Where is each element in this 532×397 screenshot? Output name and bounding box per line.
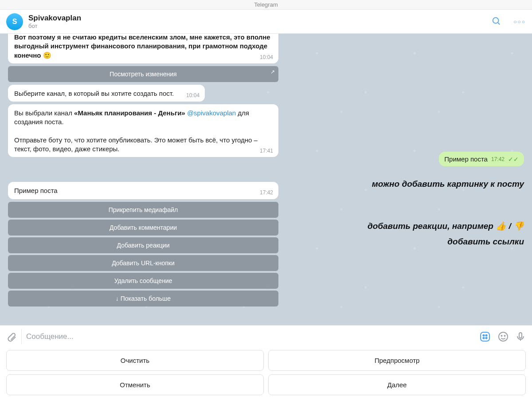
search-icon[interactable] bbox=[491, 16, 501, 28]
message-text: Выберите канал, в который вы хотите созд… bbox=[14, 90, 174, 97]
message-input[interactable] bbox=[26, 332, 473, 341]
inline-btn-attach-media[interactable]: Прикрепить медиафайл bbox=[8, 202, 278, 218]
message-text: Пример поста bbox=[444, 155, 488, 163]
svg-point-0 bbox=[493, 17, 499, 23]
chat-subtitle: бот bbox=[28, 23, 81, 29]
svg-point-10 bbox=[499, 332, 508, 341]
chat-area: Вот поэтому я не считаю кредиты вселенск… bbox=[0, 34, 532, 325]
message-time: 17:42 bbox=[260, 189, 273, 196]
message-time: 10:04 bbox=[186, 92, 200, 99]
inline-btn-delete[interactable]: Удалить сообщение bbox=[8, 273, 278, 289]
message-text: Пример поста bbox=[14, 187, 58, 194]
external-icon: ↗ bbox=[270, 69, 275, 75]
inline-btn-add-url[interactable]: Добавить URL-кнопки bbox=[8, 255, 278, 271]
incoming-message: Выберите канал, в который вы хотите созд… bbox=[8, 85, 205, 102]
sticker-panel-icon[interactable] bbox=[479, 330, 491, 343]
message-text: Вот поэтому я не считаю кредиты вселенск… bbox=[14, 34, 270, 59]
reply-btn-cancel[interactable]: Отменить bbox=[6, 374, 264, 395]
svg-point-12 bbox=[505, 335, 505, 336]
svg-rect-13 bbox=[519, 333, 522, 338]
chat-header: S Spivakovaplan бот ○○○ bbox=[0, 10, 532, 34]
incoming-message: Вы выбрали канал «Маньяк планирования - … bbox=[8, 104, 278, 157]
attach-icon[interactable] bbox=[6, 331, 17, 342]
inline-keyboard: Посмотреть изменения ↗ bbox=[8, 66, 278, 82]
svg-point-7 bbox=[485, 334, 487, 336]
message-text: Вы выбрали канал «Маньяк планирования - … bbox=[14, 109, 249, 126]
avatar[interactable]: S bbox=[6, 13, 23, 30]
incoming-message: Вот поэтому я не считаю кредиты вселенск… bbox=[8, 34, 278, 63]
more-icon[interactable]: ○○○ bbox=[513, 19, 526, 25]
message-time: 10:04 bbox=[260, 54, 273, 61]
message-text: Отправьте боту то, что хотите опубликова… bbox=[14, 136, 258, 153]
window-titlebar: Telegram bbox=[0, 0, 532, 10]
inline-btn-label: Посмотреть изменения bbox=[110, 71, 176, 78]
inline-btn-show-more[interactable]: ↓ Показать больше bbox=[8, 291, 278, 307]
separator bbox=[21, 329, 22, 344]
inline-btn-add-comments[interactable]: Добавить комментарии bbox=[8, 220, 278, 236]
emoji-icon[interactable] bbox=[497, 331, 509, 342]
svg-point-6 bbox=[483, 334, 484, 336]
mention-link[interactable]: @spivakovaplan bbox=[187, 109, 236, 117]
svg-point-9 bbox=[485, 337, 487, 338]
chat-title: Spivakovaplan bbox=[28, 14, 81, 23]
message-time: 17:41 bbox=[260, 147, 273, 154]
inline-keyboard: Прикрепить медиафайл Добавить комментари… bbox=[8, 202, 278, 307]
chat-identity[interactable]: Spivakovaplan бот bbox=[28, 14, 81, 29]
svg-point-11 bbox=[501, 335, 502, 336]
message-time: 17:42 bbox=[491, 156, 505, 162]
reply-keyboard: Очистить Предпросмотр Отменить Далее bbox=[0, 347, 532, 397]
message-input-bar bbox=[0, 325, 532, 347]
read-checks-icon: ✓✓ bbox=[508, 156, 519, 163]
reply-btn-preview[interactable]: Предпросмотр bbox=[268, 350, 526, 371]
reply-btn-next[interactable]: Далее bbox=[268, 374, 526, 395]
mic-icon[interactable] bbox=[515, 331, 526, 342]
svg-rect-5 bbox=[481, 332, 489, 341]
reply-btn-clear[interactable]: Очистить bbox=[6, 350, 264, 371]
incoming-message: Пример поста 17:42 bbox=[8, 182, 278, 199]
inline-btn-view-changes[interactable]: Посмотреть изменения ↗ bbox=[8, 66, 278, 82]
svg-point-8 bbox=[483, 337, 484, 338]
inline-btn-add-reactions[interactable]: Добавить реакции bbox=[8, 237, 278, 253]
svg-line-1 bbox=[498, 23, 500, 24]
message-list: Вот поэтому я не считаю кредиты вселенск… bbox=[0, 34, 532, 325]
outgoing-message: Пример поста 17:42 ✓✓ bbox=[439, 152, 524, 166]
